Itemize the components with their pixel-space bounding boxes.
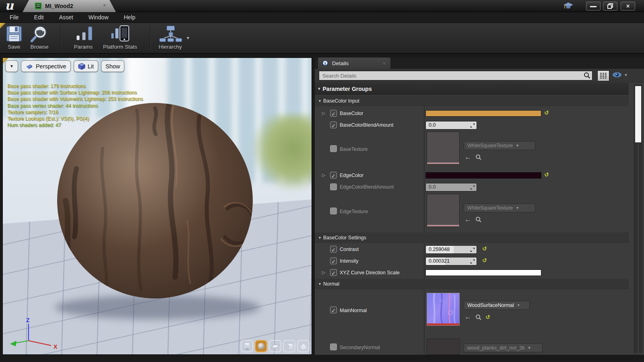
shape-teapot-button[interactable]: [297, 340, 310, 352]
secondarynormal-checkbox[interactable]: [330, 343, 337, 350]
search-details-input[interactable]: [319, 71, 592, 80]
reset-icon[interactable]: ↺: [544, 109, 549, 116]
display-filter-button[interactable]: ▼: [612, 71, 628, 78]
stat-line: Texture samplers: 7/16: [7, 109, 143, 115]
collapse-triangle-icon: ▾: [319, 99, 321, 103]
xyz-curve-swatch[interactable]: [425, 269, 541, 276]
toolbar-separator: [60, 26, 61, 50]
save-button[interactable]: Save: [5, 25, 23, 50]
hierarchy-icon: [158, 25, 183, 43]
grid-icon: [600, 72, 607, 79]
expander-icon[interactable]: ▷: [322, 111, 325, 116]
drag-diagonal-icon: [470, 123, 475, 128]
mainnormal-thumbnail[interactable]: [427, 293, 460, 326]
mainnormal-checkbox[interactable]: ✓: [330, 306, 337, 313]
preview-viewport[interactable]: ▼ Perspective Lit Show Bas: [2, 58, 312, 355]
basetexture-asset-dropdown[interactable]: WhiteSquareTexture ▼: [464, 141, 535, 150]
chevron-down-icon: ▼: [527, 346, 531, 350]
reset-icon[interactable]: ↺: [482, 257, 487, 263]
basecolor-checkbox[interactable]: ✓: [330, 110, 337, 117]
params-button[interactable]: Params: [72, 25, 94, 50]
shape-cylinder-button[interactable]: [241, 340, 253, 352]
param-row-intensity: ✓ Intensity 0.000321 ↺: [315, 255, 629, 267]
menu-help[interactable]: Help: [118, 14, 141, 21]
eye-icon: [612, 71, 622, 78]
minimize-button[interactable]: [586, 2, 601, 10]
basecolorblendamount-input[interactable]: 0.0: [425, 121, 477, 130]
stat-line: Base pass vertex shader: 44 instructions: [7, 103, 143, 109]
expander-icon[interactable]: ▷: [322, 270, 325, 275]
property-matrix-button[interactable]: [597, 70, 609, 81]
shape-plane-button[interactable]: [269, 340, 281, 352]
viewport-options-dropdown[interactable]: ▼: [5, 60, 18, 72]
details-tab-bar: i Details ×: [315, 58, 644, 69]
browse-to-asset-icon[interactable]: [475, 216, 481, 222]
shape-sphere-button[interactable]: [255, 340, 267, 352]
details-scrollbar[interactable]: [634, 84, 642, 353]
browse-to-asset-icon[interactable]: [475, 314, 481, 320]
browse-icon: [29, 25, 50, 43]
search-icon: [584, 72, 590, 79]
contrast-input[interactable]: 0.259048: [425, 245, 477, 254]
reset-icon[interactable]: ↺: [485, 314, 490, 320]
shape-cube-button[interactable]: [283, 340, 295, 352]
hierarchy-dropdown-caret[interactable]: ▼: [186, 36, 190, 40]
browse-button[interactable]: Browse: [29, 25, 50, 50]
group-normal[interactable]: ▾ Normal: [315, 279, 629, 289]
basecolorblendamount-checkbox[interactable]: ✓: [330, 121, 337, 128]
tutorial-cap-icon[interactable]: [563, 2, 574, 10]
menu-asset[interactable]: Asset: [54, 14, 79, 21]
secondarynormal-thumbnail[interactable]: [427, 339, 460, 355]
menu-window[interactable]: Window: [83, 14, 114, 21]
preview-sphere[interactable]: [54, 100, 256, 301]
use-selected-icon[interactable]: ←: [464, 217, 471, 222]
material-instance-icon: [35, 2, 42, 10]
axis-x-label: X: [54, 343, 58, 350]
basetexture-checkbox[interactable]: [330, 145, 337, 152]
edgetexture-asset-dropdown[interactable]: WhiteSquareTexture ▼: [464, 204, 535, 212]
xyz-curve-checkbox[interactable]: ✓: [330, 269, 337, 276]
show-button[interactable]: Show: [101, 60, 124, 72]
group-basecolor-settings[interactable]: ▾ BaseColor Settings: [315, 232, 629, 243]
lit-button[interactable]: Lit: [74, 60, 98, 72]
use-selected-icon[interactable]: ←: [464, 314, 471, 320]
mainnormal-asset-dropdown[interactable]: WoodSurfaceNormal ▼: [464, 301, 530, 310]
stat-line: Base pass shader with Surface Lightmap: …: [7, 89, 143, 96]
viewport-toolbar: ▼ Perspective Lit Show: [5, 60, 124, 72]
close-button[interactable]: ×: [621, 2, 635, 10]
restore-button[interactable]: [603, 2, 617, 10]
secondarynormal-asset-dropdown[interactable]: wood_planks_dirt_nor_2k ▼: [464, 343, 543, 352]
details-tab-close-icon[interactable]: ×: [382, 60, 386, 66]
intensity-checkbox[interactable]: ✓: [330, 257, 337, 264]
edgecolorblendamount-input[interactable]: 0.0: [425, 183, 477, 191]
asset-tab-mi-wood2[interactable]: MI_Wood2 ×: [23, 0, 116, 12]
edgecolor-checkbox[interactable]: ✓: [330, 172, 337, 179]
use-selected-icon[interactable]: ←: [464, 154, 471, 160]
reset-icon[interactable]: ↺: [544, 171, 549, 178]
menu-file[interactable]: File: [4, 14, 25, 21]
group-basecolor-input[interactable]: ▾ BaseColor Input: [315, 96, 629, 106]
menu-edit[interactable]: Edit: [29, 14, 50, 21]
intensity-input[interactable]: 0.000321: [425, 257, 477, 265]
basetexture-thumbnail[interactable]: [427, 132, 460, 165]
hierarchy-button[interactable]: Hierarchy: [158, 25, 183, 50]
edgecolorblendamount-checkbox[interactable]: [330, 183, 337, 190]
contrast-checkbox[interactable]: ✓: [330, 246, 337, 253]
perspective-button[interactable]: Perspective: [21, 60, 71, 72]
reset-icon[interactable]: ↺: [482, 245, 487, 252]
edgecolor-swatch[interactable]: [425, 172, 541, 179]
collapse-triangle-icon: ▾: [318, 86, 320, 91]
details-tab[interactable]: i Details ×: [318, 58, 390, 69]
param-row-edgecolorblendamount: EdgeColorBlendAmount 0.0: [315, 181, 629, 193]
drag-diagonal-icon: [470, 185, 475, 190]
browse-to-asset-icon[interactable]: [475, 154, 481, 160]
scrollbar-thumb[interactable]: [635, 86, 641, 142]
edgetexture-thumbnail[interactable]: [427, 194, 460, 227]
edgetexture-checkbox[interactable]: [330, 208, 337, 214]
category-parameter-groups[interactable]: ▾ Parameter Groups: [315, 83, 629, 95]
platform-stats-button[interactable]: Platform Stats: [103, 25, 137, 50]
expander-icon[interactable]: ▷: [322, 173, 325, 178]
lit-label: Lit: [88, 63, 94, 70]
basecolor-swatch[interactable]: [425, 110, 541, 117]
tab-close-icon[interactable]: ×: [103, 2, 106, 8]
